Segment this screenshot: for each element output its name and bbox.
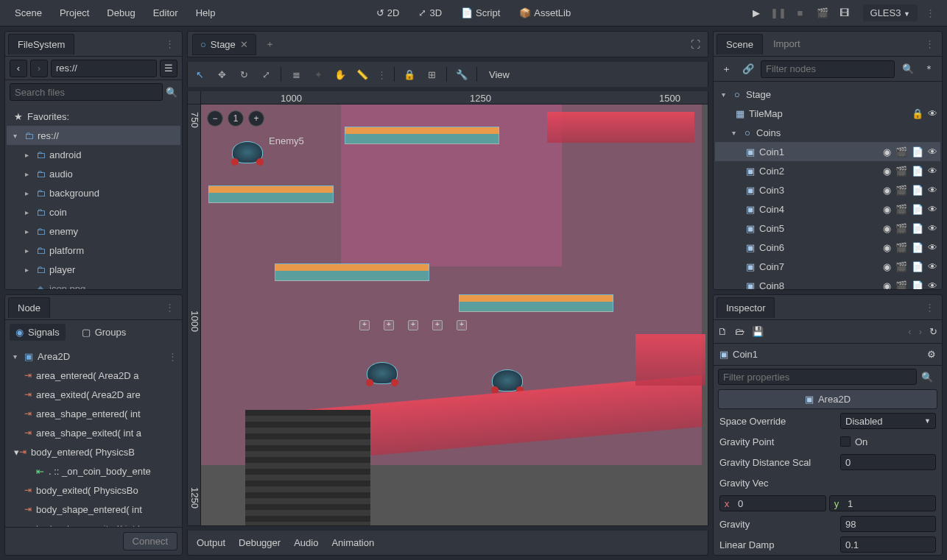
panel-menu-icon[interactable]: ⋮ xyxy=(920,302,939,313)
search-icon[interactable]: 🔍 xyxy=(899,60,916,78)
signal-row[interactable]: ⇥body_shape_entered( int xyxy=(7,500,180,519)
gravity-point-checkbox[interactable]: On xyxy=(840,436,936,447)
mode-script[interactable]: 📄Script xyxy=(457,4,504,21)
coin-node[interactable] xyxy=(457,320,467,330)
script-icon[interactable]: 📄 xyxy=(912,146,923,157)
visibility-icon[interactable]: 👁 xyxy=(928,108,937,119)
nav-forward-button[interactable]: › xyxy=(30,60,48,77)
stop-button[interactable]: ■ xyxy=(792,5,809,21)
filter-nodes-input[interactable] xyxy=(761,60,895,78)
visibility-icon[interactable]: 👁 xyxy=(928,166,937,177)
gravity-vec-y-input[interactable]: y1 xyxy=(829,495,936,511)
node-tab[interactable]: Node xyxy=(8,297,50,318)
signal-row[interactable]: ⇥area_entered( Area2D a xyxy=(7,366,180,385)
menu-scene[interactable]: Scene xyxy=(7,3,49,23)
signal-indicator-icon[interactable]: ◉ xyxy=(883,146,891,157)
open-scene-icon[interactable]: 🎬 xyxy=(895,166,907,177)
history-back-button[interactable]: ‹ xyxy=(908,326,911,337)
enemy-sprite[interactable] xyxy=(367,362,398,384)
signal-indicator-icon[interactable]: ◉ xyxy=(883,166,891,177)
panel-menu-icon[interactable]: ⋮ xyxy=(161,302,179,313)
zoom-reset-button[interactable]: 1 xyxy=(228,110,244,127)
renderer-dropdown[interactable]: GLES3 ▼ xyxy=(863,4,918,21)
signal-row-expanded[interactable]: ▾⇥body_entered( PhysicsB xyxy=(7,442,180,461)
view-menu[interactable]: View xyxy=(489,69,510,80)
signal-row[interactable]: ⇥area_shape_exited( int a xyxy=(7,423,180,442)
visibility-icon[interactable]: 👁 xyxy=(928,223,937,234)
menu-editor[interactable]: Editor xyxy=(146,3,186,23)
open-scene-icon[interactable]: 🎬 xyxy=(895,185,907,196)
zoom-in-button[interactable]: + xyxy=(248,110,264,127)
debugger-tab[interactable]: Debugger xyxy=(239,537,281,548)
signal-indicator-icon[interactable]: ◉ xyxy=(883,185,891,196)
bone-tool[interactable]: 🔧 xyxy=(454,67,469,82)
folder-enemy[interactable]: ▸🗀enemy xyxy=(7,221,180,241)
attach-script-button[interactable]: ＊ xyxy=(920,60,937,78)
play-custom-button[interactable]: 🎞 xyxy=(837,5,853,21)
class-section-header[interactable]: ▣Area2D xyxy=(718,389,937,409)
mode-2d[interactable]: ↺2D xyxy=(372,4,404,21)
linear-damp-input[interactable]: 0.1 xyxy=(840,536,936,553)
object-options-button[interactable]: ⚙ xyxy=(927,349,936,360)
scene-root-stage[interactable]: ▾○Stage xyxy=(715,85,940,104)
folder-root[interactable]: ▾ 🗀 res:// xyxy=(7,126,180,145)
group-tool[interactable]: ⊞ xyxy=(424,67,439,82)
gravity-input[interactable]: 98 xyxy=(840,516,936,532)
game-canvas[interactable]: Enemy5 − 1 + xyxy=(201,104,708,525)
signal-row[interactable]: ⇥body_exited( PhysicsBo xyxy=(7,481,180,500)
close-tab-icon[interactable]: ✕ xyxy=(240,39,248,50)
panel-menu-icon[interactable]: ⋮ xyxy=(161,38,179,49)
scene-node-coin3[interactable]: ▣Coin3◉🎬📄👁 xyxy=(715,180,940,199)
add-node-button[interactable]: ＋ xyxy=(718,60,735,78)
select-tool[interactable]: ↖ xyxy=(192,67,207,82)
scene-node-coins[interactable]: ▾○Coins xyxy=(715,123,940,142)
history-button[interactable]: ↻ xyxy=(929,326,937,337)
signal-indicator-icon[interactable]: ◉ xyxy=(883,204,891,215)
view-mode-button[interactable]: ☰ xyxy=(160,60,177,77)
visibility-icon[interactable]: 👁 xyxy=(928,280,937,290)
open-scene-icon[interactable]: 🎬 xyxy=(895,280,907,290)
filesystem-tab[interactable]: FileSystem xyxy=(8,34,74,54)
signal-class-row[interactable]: ▾▣Area2D⋮ xyxy=(7,347,180,366)
mode-3d[interactable]: ⤢3D xyxy=(414,4,446,21)
scene-node-coin4[interactable]: ▣Coin4◉🎬📄👁 xyxy=(715,199,940,219)
history-forward-button[interactable]: › xyxy=(919,326,922,337)
file-icon-png[interactable]: ◆icon.png xyxy=(7,279,180,289)
script-icon[interactable]: 📄 xyxy=(912,280,923,290)
scene-node-tilemap[interactable]: ▦TileMap🔒👁 xyxy=(715,104,940,123)
gravity-vec-x-input[interactable]: x0 xyxy=(719,495,826,511)
zoom-out-button[interactable]: − xyxy=(207,110,223,127)
signal-indicator-icon[interactable]: ◉ xyxy=(883,223,891,234)
space-override-dropdown[interactable]: Disabled▼ xyxy=(840,413,936,429)
folder-player[interactable]: ▸🗀player xyxy=(7,260,180,279)
scene-node-coin5[interactable]: ▣Coin5◉🎬📄👁 xyxy=(715,219,940,238)
script-icon[interactable]: 📄 xyxy=(912,204,923,215)
visibility-icon[interactable]: 👁 xyxy=(928,146,937,157)
signal-indicator-icon[interactable]: ◉ xyxy=(883,242,891,253)
scene-dock-tab[interactable]: Scene xyxy=(717,34,763,54)
nav-back-button[interactable]: ‹ xyxy=(10,60,27,77)
script-icon[interactable]: 📄 xyxy=(912,223,923,234)
add-tab-button[interactable]: ＋ xyxy=(262,35,278,54)
lock-tool[interactable]: 🔒 xyxy=(402,67,417,82)
path-input[interactable]: res:// xyxy=(51,60,157,77)
search-icon[interactable]: 🔍 xyxy=(166,87,177,98)
open-scene-icon[interactable]: 🎬 xyxy=(895,261,907,272)
coin-node[interactable] xyxy=(408,320,418,330)
enemy-sprite[interactable] xyxy=(232,141,263,163)
open-scene-icon[interactable]: 🎬 xyxy=(895,223,907,234)
folder-platform[interactable]: ▸🗀platform xyxy=(7,241,180,260)
script-icon[interactable]: 📄 xyxy=(912,185,923,196)
load-resource-button[interactable]: 🗁 xyxy=(735,326,744,337)
signal-connection-row[interactable]: ⇤. :: _on_coin_body_ente xyxy=(7,461,180,481)
scene-tab-stage[interactable]: ○ Stage ✕ xyxy=(192,34,256,55)
folder-coin[interactable]: ▸🗀coin xyxy=(7,202,180,221)
signals-subtab[interactable]: ◉Signals xyxy=(10,324,66,341)
search-icon[interactable]: 🔍 xyxy=(917,372,937,383)
open-scene-icon[interactable]: 🎬 xyxy=(895,146,907,157)
inspector-tab[interactable]: Inspector xyxy=(717,297,775,318)
folder-audio[interactable]: ▸🗀audio xyxy=(7,164,180,183)
visibility-icon[interactable]: 👁 xyxy=(928,242,937,253)
enemy-sprite[interactable] xyxy=(492,369,523,391)
open-scene-icon[interactable]: 🎬 xyxy=(895,242,907,253)
